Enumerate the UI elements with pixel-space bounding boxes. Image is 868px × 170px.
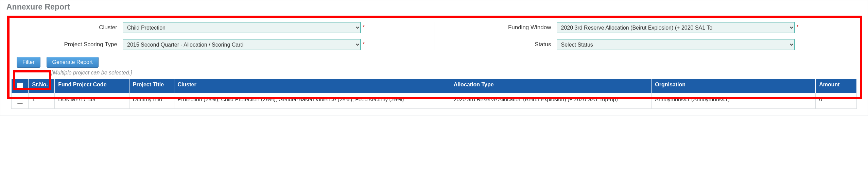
header-amount: Amount [816,79,857,93]
row-checkbox[interactable] [17,98,23,104]
required-scoring: * [363,41,365,48]
cell-alloc: 2020 3rd Reserve Allocation (Beirut Expl… [450,93,652,109]
header-alloc: Allocation Type [450,79,652,93]
select-all-checkbox[interactable] [17,83,23,89]
row-checkbox-cell [12,93,29,109]
cell-cluster: Protection (25%), Child Protection (25%)… [174,93,450,109]
cell-org: Annoymous41 (Annoymous41) [652,93,816,109]
header-checkbox-cell [12,79,29,93]
page-title: Annexure Report [0,0,868,15]
header-title: Project Title [129,79,174,93]
header-org: Orgnisation [652,79,816,93]
multi-select-note: [Multiple project can be selected.] [0,68,868,76]
table-header-row: Sr.No. Fund Project Code Project Title C… [12,79,857,93]
filter-row-status: Status Select Status [448,39,854,50]
label-cluster: Cluster [14,24,123,31]
cell-title: Dummy Info [129,93,174,109]
header-cluster: Cluster [174,79,450,93]
header-srno: Sr.No. [29,79,55,93]
generate-report-button[interactable]: Generate Report [47,57,99,68]
select-funding[interactable]: 2020 3rd Reserve Allocation (Beirut Expl… [557,22,795,33]
table-row: 1 DUMMY\17149 Dummy Info Protection (25%… [12,93,857,109]
filter-column-right: Funding Window 2020 3rd Reserve Allocati… [434,22,854,50]
required-funding: * [797,24,799,31]
filter-row-cluster: Cluster Child Protection * [14,22,420,33]
cell-srno: 1 [29,93,55,109]
cell-amount: 0 [816,93,857,109]
page-container: Annexure Report Cluster Child Protection… [0,0,868,116]
filter-button[interactable]: Filter [17,57,40,68]
button-row: Filter Generate Report [0,53,868,68]
filter-row-funding: Funding Window 2020 3rd Reserve Allocati… [448,22,854,33]
filter-panel: Cluster Child Protection * Project Scori… [0,15,868,53]
filter-column-left: Cluster Child Protection * Project Scori… [14,22,434,50]
label-status: Status [448,41,557,48]
select-scoring[interactable]: 2015 Second Quarter - Allocation / Scori… [123,39,361,50]
results-table: Sr.No. Fund Project Code Project Title C… [11,79,857,109]
header-code: Fund Project Code [55,79,129,93]
label-funding: Funding Window [448,24,557,31]
label-scoring: Project Scoring Type [14,41,123,48]
required-cluster: * [363,24,365,31]
filter-row-scoring: Project Scoring Type 2015 Second Quarter… [14,39,420,50]
cell-code: DUMMY\17149 [55,93,129,109]
select-cluster[interactable]: Child Protection [123,22,361,33]
select-status[interactable]: Select Status [557,39,795,50]
